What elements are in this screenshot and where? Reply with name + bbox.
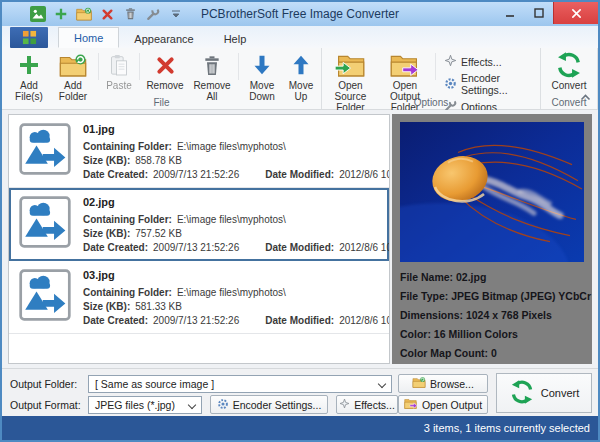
close-button[interactable] xyxy=(553,2,598,24)
output-format-value: JPEG files (*.jpg) xyxy=(95,399,175,411)
move-up-button[interactable]: Move Up xyxy=(283,50,319,102)
convert-ribbon-button[interactable]: Convert xyxy=(545,50,593,91)
add-file-icon[interactable] xyxy=(53,6,69,22)
containing-folder-label: Containing Folder: xyxy=(83,287,172,298)
encoder-settings-icon xyxy=(217,398,229,412)
minimize-button[interactable] xyxy=(495,2,524,24)
file-list: 01.jpg Containing Folder:E:\image files\… xyxy=(8,114,390,364)
encoder-settings-icon xyxy=(444,77,457,92)
info-dimensions: Dimensions: 1024 x 768 Pixels xyxy=(400,306,584,325)
browse-label: Browse... xyxy=(430,378,474,390)
quick-access-dropdown-icon[interactable] xyxy=(168,6,184,22)
grid-icon xyxy=(22,30,37,45)
move-down-button[interactable]: Move Down xyxy=(241,50,283,102)
collapse-ribbon-icon[interactable] xyxy=(580,87,591,105)
image-file-thumbnail-icon xyxy=(19,269,71,321)
effects-label: Effects... xyxy=(461,56,502,68)
file-name: 02.jpg xyxy=(83,196,390,208)
tab-home[interactable]: Home xyxy=(58,27,119,48)
remove-all-icon[interactable] xyxy=(122,6,138,22)
convert-label: Convert xyxy=(541,387,580,399)
encoder-settings-button[interactable]: Encoder Settings... xyxy=(444,72,534,96)
date-created-value: 2009/7/13 21:52:26 xyxy=(153,242,239,253)
move-down-icon xyxy=(252,52,272,78)
paste-label: Paste xyxy=(106,80,132,91)
date-modified-value: 2012/8/6 10:00:58 xyxy=(339,242,390,253)
file-name: 01.jpg xyxy=(83,123,390,135)
size-label: Size (KB): xyxy=(83,155,130,166)
open-output-button[interactable]: Open Output xyxy=(398,395,488,414)
convert-icon xyxy=(509,379,535,407)
remove-all-button[interactable]: Remove All xyxy=(188,50,236,102)
app-image-icon xyxy=(30,6,46,22)
containing-folder-value: E:\image files\myphotos\ xyxy=(177,287,286,298)
effects-button[interactable]: Effects... xyxy=(444,54,534,69)
group-label-file: File xyxy=(2,97,321,108)
maximize-button[interactable] xyxy=(524,2,553,24)
convert-button[interactable]: Convert xyxy=(496,373,592,413)
ribbon-group-options: Open Source Folder Open Output Folder Ef… xyxy=(322,48,541,109)
file-list-item-02-selected[interactable]: 02.jpg Containing Folder:E:\image files\… xyxy=(9,188,389,261)
move-up-icon xyxy=(291,52,311,78)
date-modified-label: Date Modified: xyxy=(265,169,334,180)
remove-label: Remove xyxy=(146,80,183,91)
image-file-thumbnail-icon xyxy=(19,196,71,248)
date-created-label: Date Created: xyxy=(83,315,148,326)
remove-button[interactable]: Remove xyxy=(142,50,188,91)
tab-appearance[interactable]: Appearance xyxy=(119,29,208,48)
size-value: 757.52 KB xyxy=(135,228,182,239)
paste-button[interactable]: Paste xyxy=(101,50,137,91)
containing-folder-label: Containing Folder: xyxy=(83,141,172,152)
date-modified-value: 2012/8/6 10:00:58 xyxy=(339,169,390,180)
date-modified-value: 2012/8/6 10:00:58 xyxy=(339,315,390,326)
date-created-label: Date Created: xyxy=(83,242,148,253)
add-file-icon xyxy=(17,52,41,78)
containing-folder-value: E:\image files\myphotos\ xyxy=(177,141,286,152)
effects-label: Effects... xyxy=(354,399,395,411)
separator xyxy=(139,53,140,80)
app-window: PCBrotherSoft Free Image Converter xyxy=(0,0,600,442)
convert-icon xyxy=(555,52,583,78)
output-folder-label: Output Folder: xyxy=(10,375,77,393)
output-bar: Output Folder: [ Same as source image ] … xyxy=(2,368,598,416)
size-label: Size (KB): xyxy=(83,228,130,239)
add-folder-button[interactable]: Add Folder xyxy=(50,50,96,102)
encoder-settings-bottom-button[interactable]: Encoder Settings... xyxy=(210,395,328,414)
status-text: 3 items, 1 items currently selected xyxy=(424,422,590,434)
effects-bottom-button[interactable]: Effects... xyxy=(336,395,398,414)
info-file-name: File Name: 02.jpg xyxy=(400,268,584,287)
open-output-label: Open Output xyxy=(422,399,482,411)
group-label-options: Options xyxy=(322,97,540,108)
add-files-button[interactable]: Add File(s) xyxy=(8,50,50,102)
date-created-value: 2009/7/13 21:52:26 xyxy=(153,315,239,326)
main-area: 01.jpg Containing Folder:E:\image files\… xyxy=(2,110,598,368)
options-wrench-icon[interactable] xyxy=(145,6,161,22)
ribbon-tab-row: Home Appearance Help xyxy=(2,26,598,48)
remove-all-icon xyxy=(202,52,222,78)
browse-folder-icon xyxy=(412,377,426,390)
remove-icon xyxy=(155,52,176,78)
separator xyxy=(98,53,99,80)
info-file-type: File Type: JPEG Bitmap (JPEG) YCbCr xyxy=(400,287,584,306)
quick-access-toolbar xyxy=(2,6,184,22)
tab-help[interactable]: Help xyxy=(209,29,262,48)
add-folder-icon xyxy=(59,52,87,78)
status-bar: 3 items, 1 items currently selected xyxy=(2,416,598,440)
file-list-item-03[interactable]: 03.jpg Containing Folder:E:\image files\… xyxy=(9,261,389,334)
containing-folder-value: E:\image files\myphotos\ xyxy=(177,214,286,225)
output-format-combo[interactable]: JPEG files (*.jpg) xyxy=(88,396,202,414)
effects-icon xyxy=(339,398,350,411)
output-folder-combo[interactable]: [ Same as source image ] xyxy=(88,375,392,393)
containing-folder-label: Containing Folder: xyxy=(83,214,172,225)
browse-button[interactable]: Browse... xyxy=(398,374,488,393)
file-list-item-01[interactable]: 01.jpg Containing Folder:E:\image files\… xyxy=(9,115,389,188)
app-menu-button[interactable] xyxy=(10,27,48,48)
size-value: 858.78 KB xyxy=(135,155,182,166)
image-info: File Name: 02.jpg File Type: JPEG Bitmap… xyxy=(400,268,584,363)
add-folder-icon[interactable] xyxy=(76,6,92,22)
paste-icon xyxy=(109,52,129,78)
file-name: 03.jpg xyxy=(83,269,390,281)
remove-icon[interactable] xyxy=(99,6,115,22)
date-created-value: 2009/7/13 21:52:26 xyxy=(153,169,239,180)
ribbon: Add File(s) Add Folder Paste Remo xyxy=(2,48,598,110)
